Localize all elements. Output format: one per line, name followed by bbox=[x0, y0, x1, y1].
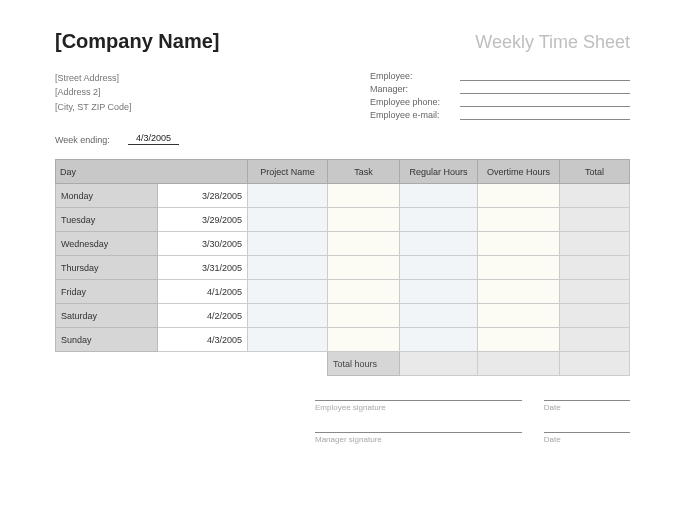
cell-regular[interactable] bbox=[400, 328, 478, 352]
cell-total bbox=[560, 304, 630, 328]
day-name: Sunday bbox=[56, 328, 158, 352]
manager-label: Manager: bbox=[370, 84, 460, 94]
cell-overtime[interactable] bbox=[478, 304, 560, 328]
cell-project[interactable] bbox=[248, 304, 328, 328]
cell-total bbox=[560, 208, 630, 232]
day-date: 4/1/2005 bbox=[158, 280, 248, 304]
cell-task[interactable] bbox=[328, 280, 400, 304]
cell-overtime[interactable] bbox=[478, 184, 560, 208]
employee-signature-line[interactable]: Employee signature bbox=[315, 400, 522, 412]
employee-input-line[interactable] bbox=[460, 71, 630, 81]
cell-task[interactable] bbox=[328, 184, 400, 208]
address-block: [Street Address] [Address 2] [City, ST Z… bbox=[55, 71, 132, 123]
manager-signature-date[interactable]: Date bbox=[544, 432, 630, 444]
timesheet-table: Day Project Name Task Regular Hours Over… bbox=[55, 159, 630, 376]
phone-label: Employee phone: bbox=[370, 97, 460, 107]
day-name: Tuesday bbox=[56, 208, 158, 232]
cell-overtime[interactable] bbox=[478, 280, 560, 304]
cell-regular[interactable] bbox=[400, 184, 478, 208]
day-date: 4/2/2005 bbox=[158, 304, 248, 328]
day-name: Monday bbox=[56, 184, 158, 208]
day-name: Saturday bbox=[56, 304, 158, 328]
cell-overtime[interactable] bbox=[478, 232, 560, 256]
cell-total bbox=[560, 256, 630, 280]
col-regular: Regular Hours bbox=[400, 160, 478, 184]
cell-regular[interactable] bbox=[400, 304, 478, 328]
cell-total bbox=[560, 232, 630, 256]
day-date: 3/28/2005 bbox=[158, 184, 248, 208]
page-title: Weekly Time Sheet bbox=[475, 32, 630, 53]
cell-task[interactable] bbox=[328, 232, 400, 256]
day-name: Thursday bbox=[56, 256, 158, 280]
day-date: 3/31/2005 bbox=[158, 256, 248, 280]
employee-signature-date[interactable]: Date bbox=[544, 400, 630, 412]
cell-project[interactable] bbox=[248, 184, 328, 208]
col-day: Day bbox=[56, 160, 248, 184]
cell-total bbox=[560, 328, 630, 352]
cell-total bbox=[560, 184, 630, 208]
total-grand bbox=[560, 352, 630, 376]
cell-task[interactable] bbox=[328, 328, 400, 352]
cell-project[interactable] bbox=[248, 280, 328, 304]
manager-input-line[interactable] bbox=[460, 84, 630, 94]
cell-project[interactable] bbox=[248, 232, 328, 256]
employee-fields: Employee: Manager: Employee phone: Emplo… bbox=[370, 71, 630, 123]
table-row: Wednesday 3/30/2005 bbox=[56, 232, 630, 256]
col-overtime: Overtime Hours bbox=[478, 160, 560, 184]
cell-project[interactable] bbox=[248, 328, 328, 352]
table-row: Friday 4/1/2005 bbox=[56, 280, 630, 304]
table-row: Tuesday 3/29/2005 bbox=[56, 208, 630, 232]
week-ending-value[interactable]: 4/3/2005 bbox=[128, 133, 179, 145]
table-row: Thursday 3/31/2005 bbox=[56, 256, 630, 280]
day-name: Wednesday bbox=[56, 232, 158, 256]
signature-block: Employee signature Date Manager signatur… bbox=[315, 400, 630, 444]
week-ending-label: Week ending: bbox=[55, 135, 110, 145]
address-line1: [Street Address] bbox=[55, 71, 132, 85]
table-row: Saturday 4/2/2005 bbox=[56, 304, 630, 328]
cell-regular[interactable] bbox=[400, 256, 478, 280]
email-input-line[interactable] bbox=[460, 110, 630, 120]
cell-project[interactable] bbox=[248, 256, 328, 280]
manager-signature-line[interactable]: Manager signature bbox=[315, 432, 522, 444]
col-task: Task bbox=[328, 160, 400, 184]
total-regular bbox=[400, 352, 478, 376]
day-date: 3/29/2005 bbox=[158, 208, 248, 232]
address-line2: [Address 2] bbox=[55, 85, 132, 99]
cell-project[interactable] bbox=[248, 208, 328, 232]
col-total: Total bbox=[560, 160, 630, 184]
cell-regular[interactable] bbox=[400, 232, 478, 256]
company-name: [Company Name] bbox=[55, 30, 219, 53]
cell-total bbox=[560, 280, 630, 304]
day-date: 3/30/2005 bbox=[158, 232, 248, 256]
cell-overtime[interactable] bbox=[478, 328, 560, 352]
col-project: Project Name bbox=[248, 160, 328, 184]
cell-regular[interactable] bbox=[400, 280, 478, 304]
cell-task[interactable] bbox=[328, 208, 400, 232]
email-label: Employee e-mail: bbox=[370, 110, 460, 120]
cell-task[interactable] bbox=[328, 304, 400, 328]
table-row: Monday 3/28/2005 bbox=[56, 184, 630, 208]
cell-overtime[interactable] bbox=[478, 208, 560, 232]
phone-input-line[interactable] bbox=[460, 97, 630, 107]
day-name: Friday bbox=[56, 280, 158, 304]
totals-row: Total hours bbox=[56, 352, 630, 376]
cell-regular[interactable] bbox=[400, 208, 478, 232]
total-overtime bbox=[478, 352, 560, 376]
table-row: Sunday 4/3/2005 bbox=[56, 328, 630, 352]
cell-overtime[interactable] bbox=[478, 256, 560, 280]
employee-label: Employee: bbox=[370, 71, 460, 81]
totals-label: Total hours bbox=[328, 352, 400, 376]
address-line3: [City, ST ZIP Code] bbox=[55, 100, 132, 114]
day-date: 4/3/2005 bbox=[158, 328, 248, 352]
cell-task[interactable] bbox=[328, 256, 400, 280]
